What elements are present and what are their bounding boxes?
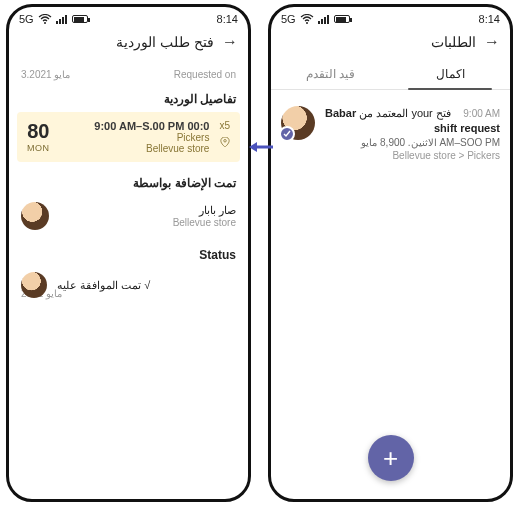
assigner-info: صار بابار Bellevue store (59, 204, 236, 228)
request-title: فتح your المعتمد من Babar (325, 106, 451, 121)
requested-label: Requested on (174, 69, 236, 80)
signal-icon (318, 14, 330, 24)
shift-info: 9:00 AM–S.00 PM 00:0 Pickers Bellevue st… (60, 120, 210, 154)
svg-rect-8 (62, 17, 64, 24)
avatar (21, 202, 49, 230)
shift-role: Pickers (60, 132, 210, 143)
assigner-store: Bellevue store (59, 217, 236, 228)
status-time: 8:14 (479, 13, 500, 25)
add-button[interactable]: + (368, 435, 414, 481)
shift-day: 80 MON (27, 120, 50, 153)
shift-day-number: 80 (27, 120, 50, 143)
shift-store: Bellevue store (60, 143, 210, 154)
battery-icon (72, 15, 88, 23)
phone-detail: 8:14 5G → فتح طلب الوردية 3.2021 مايو Re… (6, 4, 251, 502)
shift-count: x5 (219, 120, 230, 131)
request-breadcrumb: Bellevue store > Pickers (325, 150, 500, 161)
request-time: 9:00 AM (463, 108, 500, 119)
status-icons: 5G (281, 13, 350, 25)
approved-badge-icon (279, 126, 295, 142)
svg-rect-6 (56, 21, 58, 24)
svg-rect-2 (321, 19, 323, 24)
svg-point-5 (44, 22, 46, 24)
status-bar: 8:14 5G (271, 7, 510, 27)
svg-point-10 (223, 140, 226, 143)
shift-time: 9:00 AM–S.00 PM 00:0 (60, 120, 210, 132)
shift-side: x5 (219, 120, 230, 147)
svg-rect-7 (59, 19, 61, 24)
location-icon (220, 137, 230, 147)
requested-date: 3.2021 مايو (21, 69, 70, 80)
battery-icon (334, 15, 350, 23)
svg-point-0 (306, 22, 308, 24)
assigner-name: صار بابار (59, 204, 236, 217)
shift-card[interactable]: 80 MON 9:00 AM–S.00 PM 00:0 Pickers Bell… (17, 112, 240, 162)
avatar (21, 272, 47, 298)
svg-rect-3 (324, 17, 326, 24)
svg-rect-4 (327, 15, 329, 24)
section-assigned-by: تمت الإضافة بواسطة (9, 172, 248, 196)
wifi-icon (300, 14, 314, 24)
network-label: 5G (281, 13, 296, 25)
app-bar: → الطلبات (271, 27, 510, 61)
avatar (281, 106, 315, 140)
shift-day-dow: MON (27, 143, 50, 153)
svg-rect-1 (318, 21, 320, 24)
app-bar: → فتح طلب الوردية (9, 27, 248, 61)
network-label: 5G (19, 13, 34, 25)
tabs: اكمال قيد التقدم (271, 61, 510, 90)
phone-requests: 8:14 5G → الطلبات اكمال قيد التقدم فتح (268, 4, 513, 502)
section-shift-details: تفاصيل الوردية (9, 88, 248, 112)
requested-meta: 3.2021 مايو Requested on (9, 61, 248, 88)
page-title: الطلبات (431, 34, 476, 50)
page-title: فتح طلب الوردية (116, 34, 214, 50)
request-item[interactable]: فتح your المعتمد من Babar 9:00 AM shift … (271, 98, 510, 169)
section-status: Status (9, 244, 248, 268)
signal-icon (56, 14, 68, 24)
svg-rect-9 (65, 15, 67, 24)
status-icons: 5G (19, 13, 88, 25)
svg-marker-12 (249, 142, 257, 152)
back-icon[interactable]: → (222, 33, 238, 51)
request-body: فتح your المعتمد من Babar 9:00 AM shift … (325, 106, 500, 161)
wifi-icon (38, 14, 52, 24)
status-bar: 8:14 5G (9, 7, 248, 27)
flow-arrow-icon (249, 140, 273, 154)
request-subject: shift request (325, 121, 500, 136)
requests-list: فتح your المعتمد من Babar 9:00 AM shift … (271, 90, 510, 177)
status-text: √ تمت الموافقة عليه (57, 279, 150, 292)
status-time: 8:14 (217, 13, 238, 25)
assigner-row[interactable]: صار بابار Bellevue store (9, 196, 248, 244)
tab-completed[interactable]: اكمال (391, 61, 511, 89)
request-details: الاثنين. 8,900 مايو AM–SOO PM (325, 136, 500, 150)
back-icon[interactable]: → (484, 33, 500, 51)
tab-pending[interactable]: قيد التقدم (271, 61, 391, 89)
